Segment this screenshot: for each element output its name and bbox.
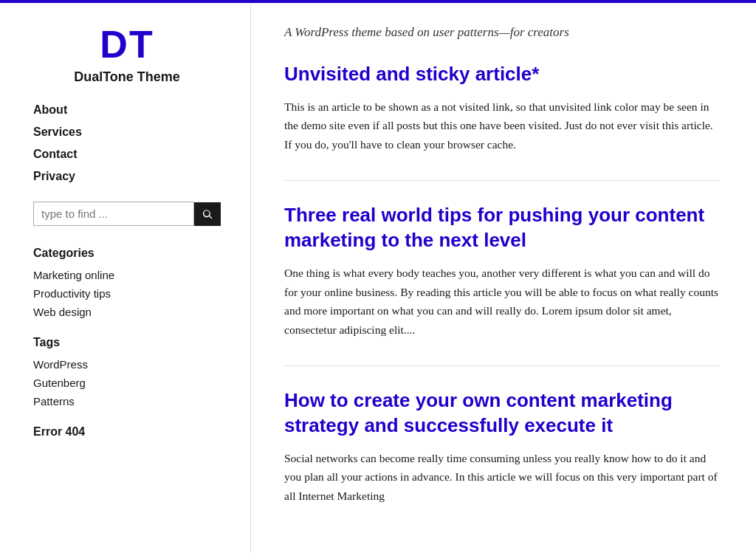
category-marketing-online[interactable]: Marketing online xyxy=(33,269,221,281)
category-productivity-tips[interactable]: Productivity tips xyxy=(33,287,221,300)
site-title: DualTone Theme xyxy=(33,69,221,85)
list-item: Web design xyxy=(33,306,221,318)
search-area xyxy=(33,202,221,226)
search-input[interactable] xyxy=(33,202,194,226)
article-excerpt-2: Social networks can become really time c… xyxy=(284,449,719,506)
logo-t: T xyxy=(129,23,154,66)
categories-title: Categories xyxy=(33,247,221,260)
category-web-design[interactable]: Web design xyxy=(33,306,221,318)
tag-wordpress[interactable]: WordPress xyxy=(33,358,221,371)
search-button[interactable] xyxy=(194,202,221,226)
divider-2 xyxy=(284,365,719,366)
tags-title: Tags xyxy=(33,336,221,349)
site-logo-area: DT DualTone Theme xyxy=(33,25,221,85)
article-title-2[interactable]: How to create your own content marketing… xyxy=(284,388,719,439)
tags-list: WordPress Gutenberg Patterns xyxy=(33,358,221,408)
nav-item-contact[interactable]: Contact xyxy=(33,148,221,161)
article-1: Three real world tips for pushing your c… xyxy=(284,203,719,339)
list-item: Patterns xyxy=(33,395,221,408)
tag-gutenberg[interactable]: Gutenberg xyxy=(33,377,221,389)
list-item: Marketing online xyxy=(33,269,221,281)
article-0: Unvisited and sticky article* This is an… xyxy=(284,62,719,154)
error-404-label: Error 404 xyxy=(33,425,221,439)
sidebar: DT DualTone Theme About Services Contact… xyxy=(0,3,251,553)
categories-list: Marketing online Productivity tips Web d… xyxy=(33,269,221,318)
site-logo: DT xyxy=(33,25,221,63)
article-excerpt-0: This is an article to be shown as a not … xyxy=(284,97,719,154)
logo-d: D xyxy=(100,23,129,66)
search-icon xyxy=(202,208,213,220)
nav-item-about[interactable]: About xyxy=(33,103,221,117)
list-item: Gutenberg xyxy=(33,377,221,389)
site-tagline: A WordPress theme based on user patterns… xyxy=(284,25,719,40)
article-excerpt-1: One thing is what every body teaches you… xyxy=(284,264,719,339)
article-2: How to create your own content marketing… xyxy=(284,388,719,505)
main-nav: About Services Contact Privacy xyxy=(33,103,221,183)
list-item: WordPress xyxy=(33,358,221,371)
nav-item-services[interactable]: Services xyxy=(33,126,221,139)
tag-patterns[interactable]: Patterns xyxy=(33,395,221,408)
main-content: A WordPress theme based on user patterns… xyxy=(251,3,756,553)
article-title-0[interactable]: Unvisited and sticky article* xyxy=(284,62,719,87)
list-item: Productivity tips xyxy=(33,287,221,300)
article-title-1[interactable]: Three real world tips for pushing your c… xyxy=(284,203,719,253)
nav-item-privacy[interactable]: Privacy xyxy=(33,170,221,183)
divider-1 xyxy=(284,180,719,181)
